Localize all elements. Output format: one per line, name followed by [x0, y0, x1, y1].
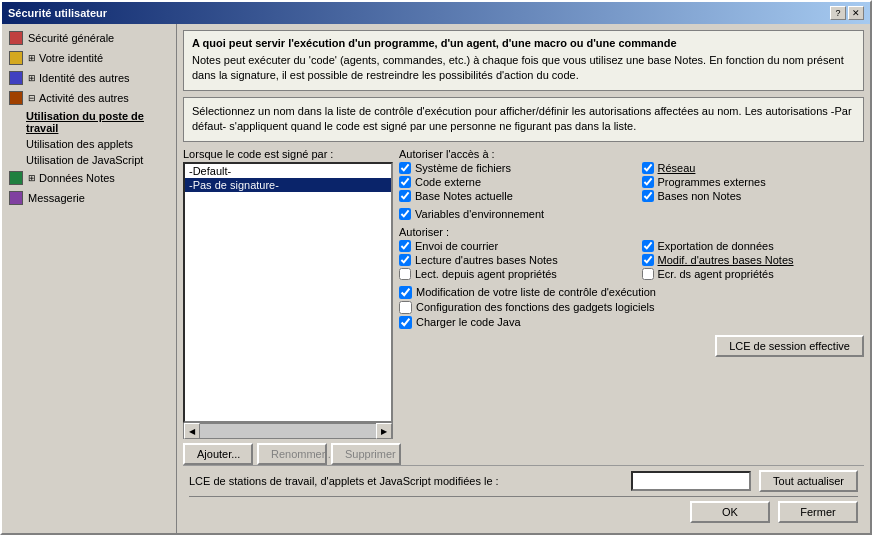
activity-icon — [8, 90, 24, 106]
perm-write-agent-props-checkbox[interactable] — [642, 268, 654, 280]
sidebar-item-javascript[interactable]: Utilisation de JavaScript — [2, 152, 176, 168]
signature-list[interactable]: -Default- -Pas de signature- — [183, 162, 393, 423]
perm-modify-ecl-label: Modification de votre liste de contrôle … — [416, 286, 656, 298]
perm-external-code-checkbox[interactable] — [399, 176, 411, 188]
bottom-right-actions: Tout actualiser — [631, 470, 858, 492]
expand-icon-others-identity: ⊞ — [28, 73, 36, 83]
perm-read-other-db-checkbox[interactable] — [399, 254, 411, 266]
perm-network: Réseau — [642, 162, 865, 174]
data-icon — [8, 170, 24, 186]
main-panel: A quoi peut servir l'exécution d'un prog… — [177, 24, 870, 533]
expand-icon-identity: ⊞ — [28, 53, 36, 63]
sidebar-label-messaging: Messagerie — [28, 192, 85, 204]
perm-modify-ecl-checkbox[interactable] — [399, 286, 412, 299]
perm-current-notes-db: Base Notes actuelle — [399, 190, 622, 202]
expand-icon-notes-data: ⊞ — [28, 173, 36, 183]
ok-cancel-row: OK Fermer — [189, 496, 858, 523]
list-item-default[interactable]: -Default- — [185, 164, 391, 178]
sidebar-label-notes-data: Données Notes — [39, 172, 115, 184]
perm-send-mail-label: Envoi de courrier — [415, 240, 498, 252]
perm-external-programs: Programmes externes — [642, 176, 865, 188]
perm-load-java-label: Charger le code Java — [416, 316, 521, 328]
sidebar-label-applets: Utilisation des applets — [26, 138, 133, 150]
window-title: Sécurité utilisateur — [8, 7, 107, 19]
perm-env-vars-label: Variables d'environnement — [415, 208, 544, 220]
sidebar-label-javascript: Utilisation de JavaScript — [26, 154, 143, 166]
close-button[interactable]: ✕ — [848, 6, 864, 20]
tout-actualiser-button[interactable]: Tout actualiser — [759, 470, 858, 492]
perm-export-data: Exportation de données — [642, 240, 865, 252]
perm-gadgets-config-label: Configuration des fonctions des gadgets … — [416, 301, 654, 313]
perm-load-java-checkbox[interactable] — [399, 316, 412, 329]
perm-current-notes-db-checkbox[interactable] — [399, 190, 411, 202]
perm-external-code: Code externe — [399, 176, 622, 188]
authorize-perms-grid: Envoi de courrier Exportation de données… — [399, 240, 864, 280]
main-content-area: Lorsque le code est signé par : -Default… — [183, 148, 864, 465]
lce-session-row: LCE de session effective — [399, 335, 864, 357]
scroll-track[interactable] — [200, 424, 376, 438]
identity-icon — [8, 50, 24, 66]
sidebar-label-general: Sécurité générale — [28, 32, 114, 44]
sidebar-item-others-activity[interactable]: ⊟ Activité des autres — [2, 88, 176, 108]
sidebar: Sécurité générale ⊞ Votre identité ⊞ Ide… — [2, 24, 177, 533]
lce-info-label: LCE de stations de travail, d'applets et… — [189, 475, 499, 487]
authorize-label: Autoriser : — [399, 226, 864, 238]
list-item-no-signature[interactable]: -Pas de signature- — [185, 178, 391, 192]
perm-read-agent-props: Lect. depuis agent propriétés — [399, 268, 622, 280]
perm-gadgets-config-checkbox[interactable] — [399, 301, 412, 314]
perm-filesystem-label: Système de fichiers — [415, 162, 511, 174]
perm-send-mail: Envoi de courrier — [399, 240, 622, 252]
others-icon — [8, 70, 24, 86]
sidebar-label-others-identity: Identité des autres — [39, 72, 130, 84]
perm-network-checkbox[interactable] — [642, 162, 654, 174]
perm-read-agent-props-checkbox[interactable] — [399, 268, 411, 280]
sidebar-item-applets[interactable]: Utilisation des applets — [2, 136, 176, 152]
access-label: Autoriser l'accès à : — [399, 148, 864, 160]
perm-non-notes-db-checkbox[interactable] — [642, 190, 654, 202]
list-actions: Ajouter... Renommer... Supprimer — [183, 443, 393, 465]
permissions-panel: Autoriser l'accès à : Système de fichier… — [399, 148, 864, 465]
content-area: Sécurité générale ⊞ Votre identité ⊞ Ide… — [2, 24, 870, 533]
list-scrollbar[interactable]: ◀ ▶ — [183, 423, 393, 439]
ok-button[interactable]: OK — [690, 501, 770, 523]
perm-env-vars: Variables d'environnement — [399, 208, 864, 220]
scroll-left-btn[interactable]: ◀ — [184, 423, 200, 439]
perm-send-mail-checkbox[interactable] — [399, 240, 411, 252]
perm-modify-other-db-checkbox[interactable] — [642, 254, 654, 266]
perm-external-programs-label: Programmes externes — [658, 176, 766, 188]
security-icon — [8, 30, 24, 46]
perm-env-vars-checkbox[interactable] — [399, 208, 411, 220]
scroll-right-btn[interactable]: ▶ — [376, 423, 392, 439]
sidebar-item-general[interactable]: Sécurité générale — [2, 28, 176, 48]
sidebar-item-messaging[interactable]: Messagerie — [2, 188, 176, 208]
perm-external-programs-checkbox[interactable] — [642, 176, 654, 188]
perm-network-label: Réseau — [658, 162, 696, 174]
sidebar-item-identity[interactable]: ⊞ Votre identité — [2, 48, 176, 68]
perm-filesystem: Système de fichiers — [399, 162, 622, 174]
perm-non-notes-db-label: Bases non Notes — [658, 190, 742, 202]
info-box-instruction: Sélectionnez un nom dans la liste de con… — [183, 97, 864, 142]
sidebar-item-others-identity[interactable]: ⊞ Identité des autres — [2, 68, 176, 88]
perm-modify-other-db-label: Modif. d'autres bases Notes — [658, 254, 794, 266]
supprimer-button[interactable]: Supprimer — [331, 443, 401, 465]
sidebar-item-notes-data[interactable]: ⊞ Données Notes — [2, 168, 176, 188]
list-panel: Lorsque le code est signé par : -Default… — [183, 148, 393, 465]
perm-modify-other-db: Modif. d'autres bases Notes — [642, 254, 865, 266]
perm-filesystem-checkbox[interactable] — [399, 162, 411, 174]
renommer-button[interactable]: Renommer... — [257, 443, 327, 465]
ajouter-button[interactable]: Ajouter... — [183, 443, 253, 465]
perm-export-data-checkbox[interactable] — [642, 240, 654, 252]
bottom-section: LCE de stations de travail, d'applets et… — [183, 465, 864, 527]
perm-modify-ecl: Modification de votre liste de contrôle … — [399, 286, 864, 299]
perm-write-agent-props: Ecr. ds agent propriétés — [642, 268, 865, 280]
title-bar-controls: ? ✕ — [830, 6, 864, 20]
lce-session-button[interactable]: LCE de session effective — [715, 335, 864, 357]
bottom-lce-row: LCE de stations de travail, d'applets et… — [189, 470, 858, 492]
sidebar-item-workstation[interactable]: Utilisation du poste de travail — [2, 108, 176, 136]
fermer-button[interactable]: Fermer — [778, 501, 858, 523]
lce-date-value — [631, 471, 751, 491]
perm-read-agent-props-label: Lect. depuis agent propriétés — [415, 268, 557, 280]
info-title: A quoi peut servir l'exécution d'un prog… — [192, 37, 855, 49]
title-bar: Sécurité utilisateur ? ✕ — [2, 2, 870, 24]
help-button[interactable]: ? — [830, 6, 846, 20]
